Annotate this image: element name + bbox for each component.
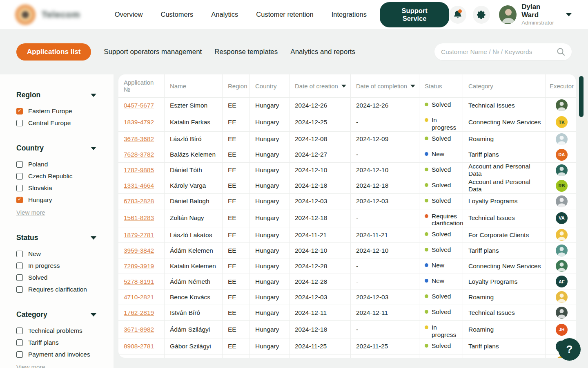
- search-box[interactable]: [434, 43, 572, 60]
- filter-option-poland[interactable]: Poland: [16, 161, 105, 168]
- checkbox[interactable]: [16, 274, 23, 281]
- checkbox[interactable]: [16, 286, 23, 293]
- application-link[interactable]: 8908-2781: [124, 343, 154, 350]
- checkbox[interactable]: [16, 108, 23, 114]
- tab-response-templates[interactable]: Response templates: [214, 43, 278, 61]
- checkbox[interactable]: [16, 351, 23, 358]
- cell-executor: [546, 98, 576, 113]
- column-header-date-of-completion[interactable]: Date of completion: [351, 74, 419, 97]
- filter-option-new[interactable]: New: [16, 250, 105, 258]
- cell-status: Solved: [419, 194, 463, 209]
- application-link[interactable]: 7289-3919: [124, 263, 154, 270]
- table-row[interactable]: 3959-3842Ádám KelemenEEHungary2024-12-10…: [118, 242, 576, 258]
- search-input[interactable]: [441, 48, 557, 56]
- application-link[interactable]: 6783-2828: [124, 197, 154, 205]
- nav-item-customers[interactable]: Customers: [161, 11, 194, 18]
- brand-logo-icon: [15, 4, 36, 25]
- filter-option-eastern-europe[interactable]: Eastern Europe: [16, 108, 105, 115]
- top-header: Telecom OverviewCustomersAnalyticsCustom…: [0, 0, 588, 29]
- table-row[interactable]: 6783-2828Dániel BaloghEEHungary2024-12-0…: [118, 193, 576, 209]
- application-link[interactable]: 5278-8191: [124, 278, 154, 285]
- application-link[interactable]: 3671-8982: [124, 326, 154, 333]
- application-link[interactable]: 1879-2781: [124, 231, 154, 239]
- cell-region: EE: [223, 132, 250, 147]
- sort-caret-icon[interactable]: [341, 85, 346, 88]
- application-link[interactable]: 4710-2821: [124, 294, 154, 301]
- table-row[interactable]: 8908-2781Gábor SzilágyiEEHungary2024-11-…: [118, 339, 576, 354]
- view-more-link[interactable]: View more: [16, 209, 45, 216]
- nav-item-analytics[interactable]: Analytics: [211, 11, 238, 18]
- table-row[interactable]: 3671-8982Ádám SzilágyiEEHungary2024-12-1…: [118, 320, 576, 339]
- filter-option-tariff-plans[interactable]: Tariff plans: [16, 339, 105, 346]
- sort-caret-icon[interactable]: [410, 85, 415, 88]
- filter-group-header[interactable]: Status: [16, 233, 96, 242]
- user-menu[interactable]: Dylan Ward Administrator: [499, 3, 572, 26]
- filter-option-in-progress[interactable]: In progress: [16, 262, 105, 269]
- checkbox[interactable]: [16, 161, 23, 168]
- table-row[interactable]: 1561-8283Zoltán NagyEEHungary2024-12-18-…: [118, 209, 576, 227]
- cell-name: László Lakatos: [165, 227, 223, 242]
- application-link[interactable]: 7628-3782: [124, 151, 154, 158]
- checkbox[interactable]: [16, 197, 23, 203]
- table-row[interactable]: 1839-4792Katalin FarkasEEHungary2024-12-…: [118, 113, 576, 131]
- application-link[interactable]: 3959-3842: [124, 247, 154, 254]
- tab-support-operators-management[interactable]: Support operators management: [104, 43, 202, 61]
- application-link[interactable]: 1839-4792: [124, 119, 154, 126]
- filter-option-requires-clarification[interactable]: Requires clarification: [16, 286, 105, 293]
- cell-date-of-completion: 2024-12-03: [351, 289, 419, 305]
- filter-group-header[interactable]: Region: [16, 91, 96, 99]
- filter-option-payment-and-invoices[interactable]: Payment and invoices: [16, 351, 105, 358]
- table-row[interactable]: 0457-5677Eszter SimonEEHungary2024-12-26…: [118, 97, 576, 113]
- application-link[interactable]: 1561-8283: [124, 214, 154, 222]
- application-link[interactable]: 1782-9885: [124, 166, 154, 174]
- notifications-button[interactable]: [449, 6, 466, 24]
- status-label: New: [432, 150, 444, 158]
- status-label: Requires clarification: [432, 213, 462, 227]
- table-row[interactable]: 1782-9885Dániel TóthEEHungary2024-12-102…: [118, 162, 576, 178]
- checkbox[interactable]: [16, 173, 23, 180]
- checkbox[interactable]: [16, 185, 23, 191]
- filter-group-header[interactable]: Country: [16, 144, 96, 153]
- filter-option-solved[interactable]: Solved: [16, 274, 105, 281]
- table-row[interactable]: 1762-2819István BíróEEHungary2024-12-112…: [118, 305, 576, 320]
- filter-option-slovakia[interactable]: Slovakia: [16, 184, 105, 192]
- table-row[interactable]: 4710-2821Bence KovácsEEHungary2024-12-03…: [118, 289, 576, 305]
- user-name: Dylan Ward: [521, 3, 557, 20]
- filter-option-technical-problems[interactable]: Technical problems: [16, 327, 105, 334]
- nav-item-overview[interactable]: Overview: [115, 11, 143, 18]
- table-row[interactable]: 3678-3682László BíróEEHungary2024-12-082…: [118, 131, 576, 147]
- checkbox[interactable]: [16, 328, 23, 334]
- tab-applications-list[interactable]: Applications list: [16, 43, 91, 61]
- nav-item-integrations[interactable]: Integrations: [332, 11, 367, 18]
- application-link[interactable]: 3678-3682: [124, 135, 154, 143]
- table-row[interactable]: 7628-3782Balázs KelemenEEHungary2024-12-…: [118, 147, 576, 162]
- table-row[interactable]: 1879-2781László LakatosEEHungary2024-11-…: [118, 227, 576, 242]
- column-header-date-of-creation[interactable]: Date of creation: [290, 74, 351, 97]
- filter-option-central-europe[interactable]: Central Europe: [16, 119, 105, 127]
- checkbox[interactable]: [16, 251, 23, 257]
- checkbox[interactable]: [16, 120, 23, 126]
- status-label: New: [432, 277, 444, 285]
- nav-item-customer-retention[interactable]: Customer retention: [256, 11, 313, 18]
- table-row[interactable]: 9829-2676Miklós HorváthEEHungary2024-12-…: [118, 354, 576, 358]
- checkbox[interactable]: [16, 263, 23, 269]
- filter-option-hungary[interactable]: Hungary: [16, 196, 105, 204]
- application-link[interactable]: 1331-4664: [124, 182, 154, 189]
- table-row[interactable]: 5278-8191Ádám NémethEEHungary2024-12-28-…: [118, 274, 576, 289]
- scrollbar-thumb[interactable]: [579, 76, 584, 117]
- filter-group-header[interactable]: Category: [16, 310, 96, 319]
- table-row[interactable]: 1331-4664Károly VargaEEHungary2024-12-18…: [118, 178, 576, 193]
- settings-button[interactable]: [473, 6, 490, 24]
- brand-logo[interactable]: Telecom: [15, 4, 95, 25]
- checkbox[interactable]: [16, 339, 23, 346]
- filter-option-czech-republic[interactable]: Czech Republic: [16, 173, 105, 180]
- table-row[interactable]: 7289-3919Katalin KelemenEEHungary2024-12…: [118, 258, 576, 274]
- tab-analytics-and-reports[interactable]: Analytics and reports: [290, 43, 355, 61]
- application-link[interactable]: 0457-5677: [124, 102, 154, 109]
- cell-status: Solved: [419, 243, 463, 258]
- view-more-link[interactable]: View more: [16, 364, 45, 368]
- application-link[interactable]: 1762-2819: [124, 309, 154, 316]
- cell-country: Hungary: [250, 194, 290, 209]
- support-service-button[interactable]: Support Service: [380, 2, 450, 27]
- help-button[interactable]: ?: [558, 338, 581, 361]
